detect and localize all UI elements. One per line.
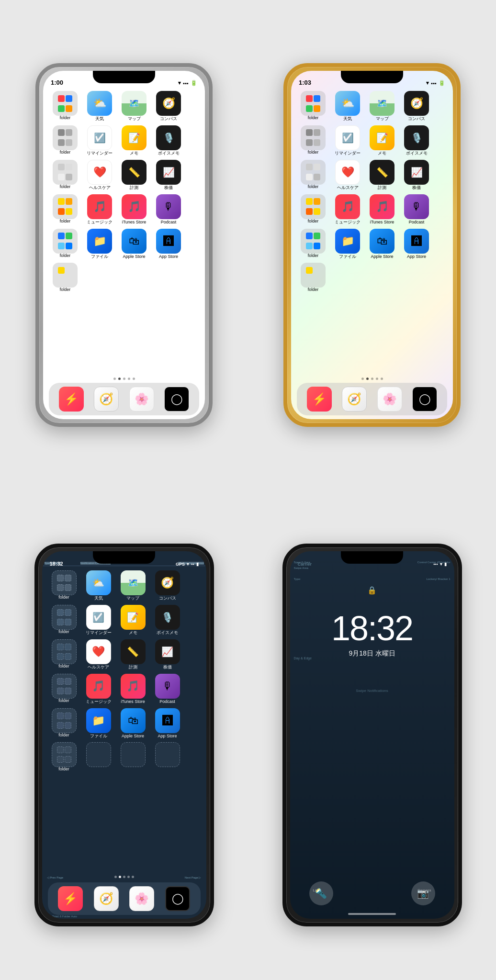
app-folder-2[interactable]: folder <box>48 125 82 155</box>
app-itunes-d[interactable]: 🎵 iTunes Store <box>116 674 150 704</box>
app-voice-memo[interactable]: 🎙️ ボイスメモ <box>151 125 186 156</box>
dock-watch-d[interactable]: ◯ <box>165 886 190 911</box>
app-folder-3[interactable]: folder <box>48 160 82 189</box>
app-podcast[interactable]: 🎙 Podcast <box>151 194 186 225</box>
app-folder-4[interactable]: folder <box>48 194 82 224</box>
dock-watch-g[interactable]: ◯ <box>412 387 437 412</box>
app-weather-d[interactable]: ⛅ 天気 <box>81 570 116 601</box>
app-folder-d4[interactable]: folder <box>47 674 81 703</box>
app-folder-d6[interactable]: folder <box>47 742 81 772</box>
app-folder-d5[interactable]: folder <box>47 708 81 738</box>
app-compass-d[interactable]: 🧭 コンパス <box>150 570 185 601</box>
camera-button[interactable]: 📷 <box>411 881 435 905</box>
app-weather[interactable]: ⛅ 天気 <box>82 91 117 122</box>
app-measure-g[interactable]: 📏 計測 <box>365 160 399 190</box>
app-compass-g[interactable]: 🧭 コンパス <box>399 91 434 122</box>
app-maps-g[interactable]: 🗺️ マップ <box>365 91 399 122</box>
app-itunes[interactable]: 🎵 iTunes Store <box>117 194 151 225</box>
app-wire-1 <box>81 742 116 768</box>
app-folder-g1[interactable]: folder <box>296 91 330 121</box>
app-folder-g6[interactable]: folder <box>296 263 330 292</box>
itunes-label-g: iTunes Store <box>370 220 395 225</box>
dock-photos-d[interactable]: 🌸 <box>129 886 154 911</box>
app-compass[interactable]: 🧭 コンパス <box>151 91 186 122</box>
bottom-labels: ◁ Prev Page Next Page ▷ <box>47 876 202 879</box>
app-maps[interactable]: 🗺️ マップ <box>117 91 151 122</box>
stocks-icon-d: 📈 <box>155 639 180 664</box>
notes-icon-g: 📝 <box>370 125 395 150</box>
app-maps-d[interactable]: 🗺️ マップ <box>116 570 150 601</box>
app-folder-6[interactable]: folder <box>48 263 82 292</box>
dock-safari[interactable]: 🧭 <box>94 387 119 412</box>
battery-icon-bh: ▮ <box>196 562 199 567</box>
dock-photos-g[interactable]: 🌸 <box>377 387 402 412</box>
dock-photos[interactable]: 🌸 <box>129 387 154 412</box>
light-label: Light <box>313 888 321 892</box>
dock-watch[interactable]: ◯ <box>164 387 189 412</box>
app-podcast-g[interactable]: 🎙 Podcast <box>399 194 434 225</box>
battery-icon: 🔋 <box>191 80 197 86</box>
app-folder-5[interactable]: folder <box>48 229 82 258</box>
app-folder-g3[interactable]: folder <box>296 160 330 189</box>
app-row-d1: folder ⛅ 天気 🗺️ マップ 🧭 コンパス <box>47 569 202 602</box>
app-files-d[interactable]: 📁 ファイル <box>81 708 116 739</box>
app-voice-d[interactable]: 🎙️ ボイスメモ <box>150 605 185 635</box>
folder-d4 <box>52 674 77 699</box>
folder-label-g1: folder <box>308 116 319 121</box>
app-folder-g2[interactable]: folder <box>296 125 330 155</box>
folder-d1 <box>52 570 77 595</box>
notes-label: メモ <box>130 151 138 156</box>
app-weather-g[interactable]: ⛅ 天気 <box>330 91 365 122</box>
app-reminders[interactable]: ☑️ リマインダー <box>82 125 117 156</box>
app-health[interactable]: ❤️ ヘルスケア <box>82 160 117 190</box>
itunes-icon: 🎵 <box>122 194 147 219</box>
app-measure-d[interactable]: 📏 計測 <box>116 639 150 670</box>
compass-icon: 🧭 <box>156 91 181 116</box>
app-voice-memo-g[interactable]: 🎙️ ボイスメモ <box>399 125 434 156</box>
app-music[interactable]: 🎵 ミュージック <box>82 194 117 225</box>
app-measure[interactable]: 📏 計測 <box>117 160 151 190</box>
quadrant-black-lock: Speech Area Notification Center Area Con… <box>248 490 496 980</box>
app-apple-store-g[interactable]: 🛍 Apple Store <box>365 229 399 259</box>
app-apple-store[interactable]: 🛍 Apple Store <box>117 229 151 259</box>
app-folder-g4[interactable]: folder <box>296 194 330 224</box>
app-folder-g5[interactable]: folder <box>296 229 330 258</box>
app-notes-d[interactable]: 📝 メモ <box>116 605 150 635</box>
app-health-d[interactable]: ❤️ ヘルスケア <box>81 639 116 670</box>
app-row-d3: folder ❤️ ヘルスケア 📏 計測 📈 株価 <box>47 638 202 671</box>
app-notes-g[interactable]: 📝 メモ <box>365 125 399 156</box>
app-podcast-d[interactable]: 🎙 Podcast <box>150 674 185 704</box>
dock-shortcuts-g[interactable]: ⚡ <box>307 387 332 412</box>
reminders-icon-d: ☑️ <box>86 605 111 630</box>
dock-safari-d[interactable]: 🧭 <box>94 886 119 911</box>
dock-safari-g[interactable]: 🧭 <box>342 387 367 412</box>
app-music-d[interactable]: 🎵 ミュージック <box>81 674 116 704</box>
dock-shortcuts[interactable]: ⚡ <box>59 387 84 412</box>
app-folder-d2[interactable]: folder <box>47 605 81 635</box>
app-notes[interactable]: 📝 メモ <box>117 125 151 156</box>
app-reminders-d[interactable]: ☑️ リマインダー <box>81 605 116 635</box>
app-folder-d3[interactable]: folder <box>47 639 81 669</box>
app-apple-store-d[interactable]: 🛍 Apple Store <box>116 708 150 739</box>
app-reminders-g[interactable]: ☑️ リマインダー <box>330 125 365 156</box>
dock-shortcuts-d[interactable]: ⚡ <box>58 886 83 911</box>
app-row-4: folder 🎵 ミュージック 🎵 iTunes Store 🎙 Po <box>48 193 200 226</box>
app-stocks[interactable]: 📈 株価 <box>151 160 186 190</box>
app-stocks-d[interactable]: 📈 株価 <box>150 639 185 670</box>
app-folder-1[interactable]: folder <box>48 91 82 121</box>
app-stocks-g[interactable]: 📈 株価 <box>399 160 434 190</box>
screen-dark: Speech Area Notification Center Area Con… <box>42 551 206 919</box>
app-music-g[interactable]: 🎵 ミュージック <box>330 194 365 225</box>
app-files-g[interactable]: 📁 ファイル <box>330 229 365 259</box>
app-app-store-g[interactable]: 🅰 App Store <box>399 229 434 259</box>
app-folder-d1[interactable]: folder <box>47 570 81 600</box>
notes-label-d: メモ <box>129 631 137 635</box>
app-files[interactable]: 📁 ファイル <box>82 229 117 259</box>
torch-button[interactable]: 🔦 <box>309 881 333 905</box>
app-app-store[interactable]: 🅰 App Store <box>151 229 186 259</box>
status-icons: ▾ ▪▪▪ 🔋 <box>178 80 197 86</box>
app-app-store-d[interactable]: 🅰 App Store <box>150 708 185 739</box>
app-health-g[interactable]: ❤️ ヘルスケア <box>330 160 365 190</box>
app-itunes-g[interactable]: 🎵 iTunes Store <box>365 194 399 225</box>
app-row-d2: folder ☑️ リマインダー 📝 メモ 🎙️ ボイスメモ <box>47 604 202 636</box>
